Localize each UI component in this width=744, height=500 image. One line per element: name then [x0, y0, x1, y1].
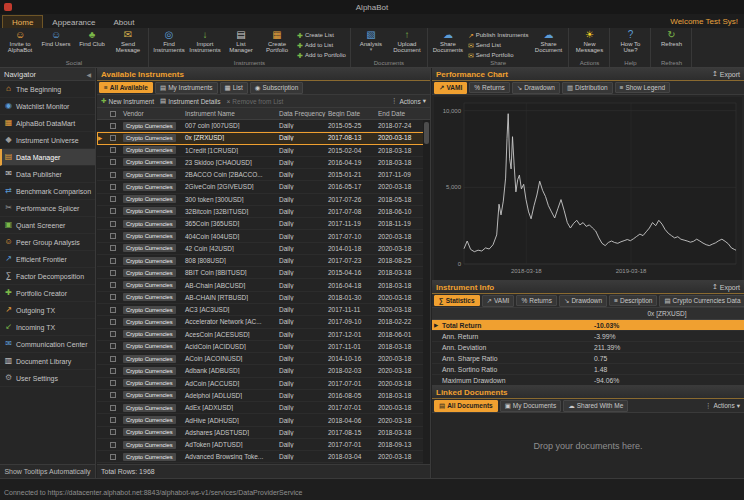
row-checkbox[interactable] [110, 368, 116, 374]
sidebar-item-performance-splicer[interactable]: ✂ Performance Splicer [0, 200, 95, 217]
tab-returns[interactable]: % Returns [469, 82, 510, 93]
row-checkbox[interactable] [110, 356, 116, 362]
row-checkbox[interactable] [110, 282, 116, 288]
ribbon-button-publish-instruments[interactable]: ↗ Publish Instruments [466, 30, 531, 40]
sidebar-item-communication-center[interactable]: ✉ Communication Center [0, 336, 95, 353]
stat-row-ann-sharpe-ratio[interactable]: Ann. Sharpe Ratio 0.75 [432, 353, 744, 364]
row-checkbox[interactable] [110, 417, 116, 423]
ribbon-button-send-list[interactable]: ✉ Send List [466, 40, 531, 50]
ribbon-button-list-manager[interactable]: ▤ List Manager [223, 29, 259, 54]
table-row-adcoin-accusd[interactable]: Crypto Currencies AdCoin [ACCUSD] Daily … [97, 378, 430, 390]
table-row-ac3-ac3usd[interactable]: Crypto Currencies AC3 [AC3USD] Daily 201… [97, 304, 430, 316]
ribbon-button-add-to-portfolio[interactable]: ✚ Add to Portfolio [295, 50, 348, 60]
sidebar-item-instrument-universe[interactable]: ◆ Instrument Universe [0, 132, 95, 149]
tab-show-legend[interactable]: ≡ Show Legend [615, 82, 671, 93]
ribbon-tab-appearance[interactable]: Appearance [43, 16, 104, 28]
row-checkbox[interactable] [110, 159, 116, 165]
tab-vami[interactable]: ↗ VAMI [482, 295, 515, 307]
show-tooltips-button[interactable]: Show Tooltips Automatically [0, 464, 95, 478]
column-header-end-date[interactable]: End Date [376, 110, 424, 117]
column-header-data-frequency[interactable]: Data Frequency [277, 110, 326, 117]
row-checkbox[interactable] [110, 196, 116, 202]
table-row-300-token-300usd[interactable]: Crypto Currencies 300 token [300USD] Dai… [97, 194, 430, 206]
table-row-007-coin-007usd[interactable]: Crypto Currencies 007 coin [007USD] Dail… [97, 120, 430, 132]
row-checkbox[interactable] [110, 245, 116, 251]
stat-row-ann-return[interactable]: Ann. Return -3.99% [432, 331, 744, 342]
table-row-acescoin-acesusd[interactable]: Crypto Currencies AcesCoin [ACESUSD] Dai… [97, 329, 430, 341]
table-row-42-coin-42usd[interactable]: Crypto Currencies 42 Coin [42USD] Daily … [97, 243, 430, 255]
row-checkbox[interactable] [110, 270, 116, 276]
stat-row-maximum-drawdown[interactable]: Maximum Drawdown -94.06% [432, 375, 744, 386]
toolbar-button-new-instrument[interactable]: ✚ New Instrument [101, 97, 154, 105]
row-checkbox[interactable] [110, 319, 116, 325]
ribbon-button-create-portfolio[interactable]: ▦ Create Portfolio [259, 29, 295, 54]
tab-crypto-currencies-data[interactable]: ▤ Crypto Currencies Data [659, 295, 744, 307]
collapse-sidebar-icon[interactable]: ◀ [86, 71, 91, 78]
table-row-acidcoin-acidusd[interactable]: Crypto Currencies AcidCoin [ACIDUSD] Dai… [97, 341, 430, 353]
row-checkbox[interactable] [110, 405, 116, 411]
info-export-button[interactable]: ↥ Export [712, 283, 740, 291]
ribbon-button-find-instruments[interactable]: ◎ Find Instruments [151, 29, 187, 54]
sidebar-item-the-beginning[interactable]: ⌂ The Beginning [0, 81, 95, 98]
table-row-2bacco-coin-2bacco[interactable]: Crypto Currencies 2BACCO Coin [2BACCO...… [97, 169, 430, 181]
sidebar-item-user-settings[interactable]: ⚙ User Settings [0, 370, 95, 387]
row-checkbox[interactable] [110, 307, 116, 313]
sidebar-item-outgoing-tx[interactable]: ↗ Outgoing TX [0, 302, 95, 319]
sidebar-item-efficient-frontier[interactable]: ↗ Efficient Frontier [0, 251, 95, 268]
row-checkbox[interactable] [110, 454, 116, 460]
table-row-23-skidoo-chaousd[interactable]: Crypto Currencies 23 Skidoo [CHAOUSD] Da… [97, 157, 430, 169]
row-checkbox[interactable] [110, 331, 116, 337]
ribbon-button-invite-to-alphabot[interactable]: ☺ Invite to AlphaBot [2, 29, 38, 54]
toolbar-button-remove-from-list[interactable]: × Remove from List [227, 97, 284, 105]
table-row-adhive-adhusd[interactable]: Crypto Currencies AdHive [ADHUSD] Daily … [97, 414, 430, 426]
table-row-advanced-browsing-toke[interactable]: Crypto Currencies Advanced Browsing Toke… [97, 451, 430, 463]
table-row-accelerator-network-ac[interactable]: Crypto Currencies Accelerator Network [A… [97, 316, 430, 328]
table-row-adbank-adbusd[interactable]: Crypto Currencies Adbank [ADBUSD] Daily … [97, 365, 430, 377]
table-row-ab-chain-rtbusd[interactable]: Crypto Currencies AB-CHAIN [RTBUSD] Dail… [97, 292, 430, 304]
ribbon-button-find-users[interactable]: ☺ Find Users [38, 29, 74, 47]
row-checkbox[interactable] [110, 172, 116, 178]
table-row-32bitcoin-32bitusd[interactable]: Crypto Currencies 32Bitcoin [32BITUSD] D… [97, 206, 430, 218]
sidebar-item-data-manager[interactable]: ▤ Data Manager [0, 149, 95, 166]
stat-row-total-return[interactable]: ▶ Total Return -10.03% [432, 320, 744, 331]
tab-vami[interactable]: ↗ VAMI [434, 82, 467, 94]
tab-description[interactable]: ≡ Description [609, 295, 657, 306]
sidebar-item-alphabot-datamart[interactable]: ▦ AlphaBot DataMart [0, 115, 95, 132]
sidebar-item-peer-group-analysis[interactable]: ☺ Peer Group Analysis [0, 234, 95, 251]
column-header-instrument-name[interactable]: Instrument Name [183, 110, 277, 117]
tab-returns[interactable]: % Returns [516, 295, 557, 306]
row-checkbox[interactable] [110, 392, 116, 398]
ribbon-button-create-list[interactable]: ✚ Create List [295, 30, 348, 40]
ribbon-button-share-documents[interactable]: ☁ Share Documents [430, 29, 466, 54]
column-header-vendor[interactable]: Vendor [121, 110, 183, 117]
tab-all-available[interactable]: ≡ All Available [99, 82, 153, 93]
ribbon-button-find-club[interactable]: ♣ Find Club [74, 29, 110, 47]
ribbon-button-new-messages[interactable]: ☀ New Messages [571, 29, 607, 54]
row-checkbox[interactable] [110, 147, 116, 153]
actions-menu-button[interactable]: ⋮ Actions ▾ [391, 97, 426, 105]
tab-list[interactable]: ▦ List [220, 82, 248, 94]
ribbon-button-import-instruments[interactable]: ↓ Import Instruments [187, 29, 223, 54]
toolbar-button-instrument-details[interactable]: ▤ Instrument Details [160, 97, 221, 105]
ribbon-button-send-portfolio[interactable]: ✉ Send Portfolio [466, 50, 531, 60]
sidebar-item-benchmark-comparison[interactable]: ⇄ Benchmark Comparison [0, 183, 95, 200]
table-row-acoin-acoinusd[interactable]: Crypto Currencies ACoin [ACOINUSD] Daily… [97, 353, 430, 365]
select-all-checkbox[interactable] [110, 111, 116, 117]
table-row-8bit-coin-8bitusd[interactable]: Crypto Currencies 8BIT Coin [8BITUSD] Da… [97, 267, 430, 279]
tab-subscription[interactable]: ◉ Subscription [250, 82, 303, 94]
row-checkbox[interactable] [110, 380, 116, 386]
ribbon-tab-home[interactable]: Home [2, 15, 43, 28]
scrollbar-thumb[interactable] [424, 122, 429, 144]
ribbon-tab-about[interactable]: About [105, 16, 144, 28]
row-checkbox[interactable] [110, 294, 116, 300]
table-row-1credit-1crusd[interactable]: Crypto Currencies 1Credit [1CRUSD] Daily… [97, 145, 430, 157]
tab-shared-with-me[interactable]: ☁ Shared With Me [563, 400, 628, 412]
ribbon-button-refresh[interactable]: ↻ Refresh [653, 29, 689, 47]
stat-row-ann-sortino-ratio[interactable]: Ann. Sortino Ratio 1.48 [432, 364, 744, 375]
sidebar-item-document-library[interactable]: ▥ Document Library [0, 353, 95, 370]
ribbon-button-analysis[interactable]: ▧ Analysis ▾ [353, 29, 389, 53]
table-row-adtoken-adtusd[interactable]: Crypto Currencies AdToken [ADTUSD] Daily… [97, 439, 430, 451]
table-row-404coin-404usd[interactable]: Crypto Currencies 404Coin [404USD] Daily… [97, 230, 430, 242]
column-header-begin-date[interactable]: Begin Date [326, 110, 376, 117]
row-checkbox[interactable] [110, 208, 116, 214]
